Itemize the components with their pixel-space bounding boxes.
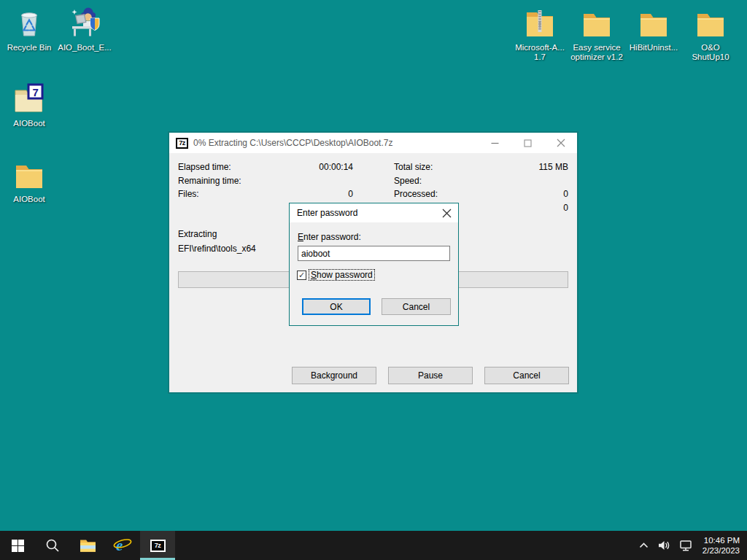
enter-password-dialog: Enter password Enter password: Show pass…	[289, 203, 459, 326]
system-tray: 10:46 PM 2/23/2023	[639, 531, 747, 560]
desktop-icon-label-line1: Microsoft-A...	[509, 43, 570, 52]
desktop-icon-label-line1: Easy service	[566, 43, 627, 52]
seven-zip-icon: 7z	[150, 540, 166, 552]
tray-date: 2/23/2023	[703, 545, 740, 556]
volume-icon	[658, 540, 670, 551]
folder-icon	[623, 4, 684, 39]
maximize-icon	[524, 139, 532, 147]
tray-network-button[interactable]	[680, 540, 693, 551]
desktop-icon-label-line1: O&O	[680, 43, 741, 52]
desktop-icon-aioboot-archive[interactable]: 7 AIOBoot	[0, 80, 60, 128]
dialog-close-button[interactable]	[435, 203, 458, 222]
minimize-button[interactable]	[479, 133, 511, 153]
stat-elapsed-value: 00:00:14	[271, 162, 353, 172]
minimize-icon	[491, 139, 499, 147]
password-field-label: Enter password:	[298, 232, 361, 242]
svg-text:e: e	[116, 537, 123, 554]
stat-processed-value: 0	[481, 189, 568, 199]
dialog-titlebar[interactable]: Enter password	[290, 203, 458, 222]
desktop-icon-label-line2: 1.7	[509, 52, 570, 62]
background-button[interactable]: Background	[292, 367, 376, 384]
close-icon	[557, 139, 565, 147]
desktop-icon-microsoft-activation[interactable]: Microsoft-A... 1.7	[509, 4, 570, 62]
desktop-icon-aioboot-folder[interactable]: AIOBoot	[0, 156, 60, 204]
cancel-extract-button[interactable]: Cancel	[484, 367, 569, 384]
desktop-icon-label: Recycle Bin	[0, 43, 60, 52]
stat-total-size-value: 115 MB	[481, 162, 568, 172]
desktop-icon-label: AIO_Boot_E...	[54, 43, 115, 52]
dialog-title: Enter password	[297, 208, 357, 218]
chevron-up-icon	[639, 542, 649, 548]
aio-boot-app-icon	[54, 4, 115, 39]
desktop-icon-easy-service-optimizer[interactable]: Easy service optimizer v1.2	[566, 4, 627, 62]
stat-compressed-value: 0	[481, 203, 568, 213]
window-title: 0% Extracting C:\Users\CCCP\Desktop\AIOB…	[193, 138, 392, 148]
current-file-path: EFI\refind\tools_x64	[178, 244, 256, 254]
taskbar-file-explorer-button[interactable]	[70, 531, 105, 560]
desktop-icon-hibit-uninstaller[interactable]: HiBitUninst...	[623, 4, 684, 52]
stat-speed-label: Speed:	[394, 176, 481, 186]
taskbar-seven-zip-button[interactable]: 7z	[140, 531, 175, 560]
svg-text:7: 7	[33, 86, 39, 98]
desktop-icon-label-line2: optimizer v1.2	[566, 52, 627, 62]
taskbar-search-button[interactable]	[35, 531, 70, 560]
close-button[interactable]	[544, 133, 577, 153]
7z-archive-folder-icon: 7	[0, 80, 60, 115]
stat-processed-label: Processed:	[394, 189, 481, 199]
network-icon	[680, 540, 693, 551]
zip-folder-icon	[509, 4, 570, 39]
stat-total-size-label: Total size:	[394, 162, 481, 172]
internet-explorer-icon: e	[113, 537, 132, 554]
start-icon	[12, 540, 24, 552]
seven-zip-icon: 7z	[176, 138, 188, 149]
stat-files-label: Files:	[178, 189, 271, 199]
cancel-dialog-button[interactable]: Cancel	[382, 298, 451, 315]
stat-elapsed-label: Elapsed time:	[178, 162, 271, 172]
stat-files-value: 0	[271, 189, 353, 199]
folder-icon	[680, 4, 741, 39]
tray-clock[interactable]: 10:46 PM 2/23/2023	[703, 535, 740, 556]
folder-icon	[0, 156, 60, 191]
start-button[interactable]	[0, 531, 35, 560]
taskbar: e 7z 10:46 PM 2/23/2023	[0, 531, 747, 560]
recycle-bin-icon	[0, 4, 60, 39]
tray-time: 10:46 PM	[703, 535, 740, 545]
file-explorer-icon	[80, 539, 96, 553]
stat-remaining-label: Remaining time:	[178, 176, 271, 186]
action-label: Extracting	[178, 229, 217, 239]
desktop-icon-label-line1: HiBitUninst...	[623, 43, 684, 52]
desktop-icon-label-line2: ShutUp10	[680, 52, 741, 62]
show-password-label[interactable]: Show password	[309, 270, 374, 280]
show-password-checkbox[interactable]	[297, 271, 306, 280]
ok-button[interactable]: OK	[302, 298, 371, 315]
desktop-icon-oo-shutup10[interactable]: O&O ShutUp10	[680, 4, 741, 62]
tray-chevron-up-button[interactable]	[639, 542, 649, 548]
password-input[interactable]	[298, 246, 450, 261]
close-icon	[442, 209, 452, 218]
taskbar-internet-explorer-button[interactable]: e	[105, 531, 140, 560]
desktop-icon-label: AIOBoot	[0, 195, 60, 204]
desktop-icon-label: AIOBoot	[0, 119, 60, 128]
window-titlebar[interactable]: 7z 0% Extracting C:\Users\CCCP\Desktop\A…	[169, 133, 577, 153]
folder-icon	[566, 4, 627, 39]
desktop-icon-aio-boot-extractor[interactable]: AIO_Boot_E...	[54, 4, 115, 52]
maximize-button[interactable]	[511, 133, 544, 153]
tray-volume-button[interactable]	[658, 540, 670, 551]
search-icon	[45, 538, 60, 553]
desktop-icon-recycle-bin[interactable]: Recycle Bin	[0, 4, 60, 52]
pause-button[interactable]: Pause	[388, 367, 473, 384]
